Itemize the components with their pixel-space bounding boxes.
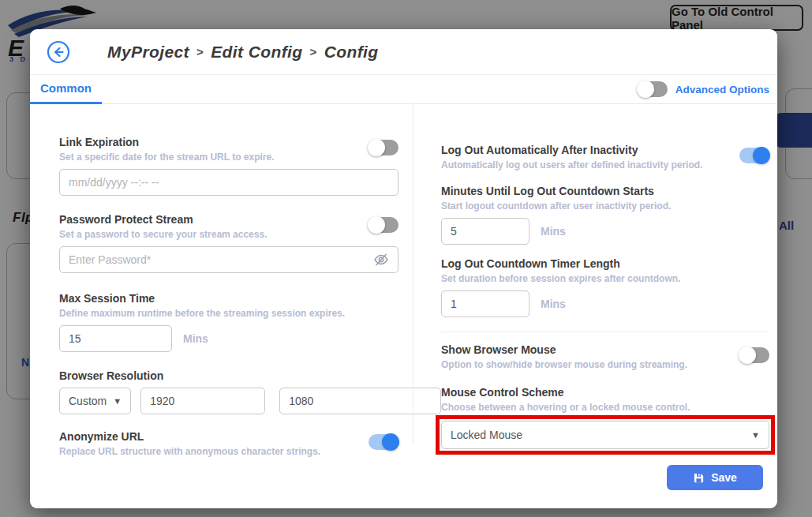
anonymize-url-desc: Replace URL structure with anonymous cha…	[59, 446, 320, 457]
save-button[interactable]: Save	[667, 465, 763, 490]
mouse-scheme-desc: Choose between a hovering or a locked mo…	[441, 402, 769, 413]
mouse-scheme-label: Mouse Control Scheme	[441, 386, 769, 399]
show-mouse-field: Show Browser Mouse Option to show/hide b…	[441, 343, 769, 370]
countdown-length-field: Log Out Countdown Timer Length Set durat…	[441, 257, 769, 317]
modal-content: Link Expiration Set a specific date for …	[30, 104, 777, 457]
column-divider	[413, 104, 413, 444]
countdown-start-field: Minutes Until Log Out Countdown Starts S…	[441, 185, 769, 245]
save-floppy-icon	[693, 472, 705, 484]
advanced-options-toggle[interactable]	[638, 81, 668, 97]
link-expiration-label: Link Expiration	[59, 136, 275, 148]
mouse-scheme-field: Mouse Control Scheme Choose between a ho…	[441, 386, 769, 449]
chevron-down-icon: ▼	[751, 430, 760, 440]
tab-bar: Common Advanced Options	[30, 75, 777, 104]
tab-common[interactable]: Common	[30, 75, 102, 104]
countdown-length-input[interactable]	[441, 290, 529, 317]
resolution-width-input[interactable]	[140, 388, 265, 414]
show-mouse-label: Show Browser Mouse	[441, 343, 687, 356]
breadcrumb-config: Config	[324, 43, 379, 62]
max-session-field: Max Session Time Define maximum runtime …	[59, 292, 399, 352]
breadcrumb-project: MyProject	[107, 43, 189, 62]
max-session-input[interactable]	[59, 325, 172, 352]
advanced-options-control: Advanced Options	[638, 81, 769, 97]
left-column: Link Expiration Set a specific date for …	[59, 136, 399, 457]
link-expiration-field: Link Expiration Set a specific date for …	[59, 136, 399, 196]
link-expiration-date-input[interactable]	[59, 169, 399, 196]
password-label: Password Protect Stream	[59, 213, 267, 226]
anonymize-url-toggle[interactable]	[369, 434, 399, 450]
countdown-length-desc: Set duration before session expires afte…	[441, 273, 769, 284]
max-session-unit: Mins	[183, 332, 208, 345]
browser-resolution-field: Browser Resolution Custom ▼	[59, 369, 399, 414]
back-button[interactable]	[47, 40, 70, 64]
countdown-start-desc: Start logout countdown after user inacti…	[441, 200, 769, 212]
countdown-length-label: Log Out Countdown Timer Length	[441, 257, 769, 270]
auto-logout-field: Log Out Automatically After Inactivity A…	[441, 144, 769, 170]
auto-logout-desc: Automatically log out users after define…	[441, 159, 702, 170]
breadcrumb-edit-config: Edit Config	[211, 43, 302, 62]
countdown-start-input[interactable]	[441, 218, 529, 245]
browser-resolution-label: Browser Resolution	[59, 369, 399, 382]
password-input[interactable]	[59, 246, 399, 273]
resolution-preset-value: Custom	[69, 395, 107, 407]
anonymize-url-field: Anonymize URL Replace URL structure with…	[59, 430, 399, 457]
auto-logout-toggle[interactable]	[739, 148, 769, 163]
link-expiration-desc: Set a specific date for the stream URL t…	[59, 152, 275, 163]
save-button-label: Save	[711, 471, 737, 484]
password-desc: Set a password to secure your stream acc…	[59, 229, 267, 240]
show-mouse-desc: Option to show/hide browser mouse during…	[441, 359, 687, 370]
password-field: Password Protect Stream Set a password t…	[59, 213, 399, 273]
section-divider	[441, 332, 769, 332]
anonymize-url-label: Anonymize URL	[59, 430, 320, 443]
password-toggle[interactable]	[369, 217, 399, 233]
link-expiration-toggle[interactable]	[369, 140, 399, 155]
breadcrumb-separator: >	[196, 45, 204, 58]
countdown-start-label: Minutes Until Log Out Countdown Starts	[441, 185, 769, 197]
mouse-scheme-select[interactable]: Locked Mouse ▼	[441, 421, 769, 449]
resolution-height-input[interactable]	[279, 388, 441, 414]
advanced-options-label: Advanced Options	[675, 84, 769, 96]
chevron-down-icon: ▼	[113, 396, 122, 406]
max-session-desc: Define maximum runtime before the stream…	[59, 308, 399, 319]
modal-header: MyProject > Edit Config > Config	[30, 29, 777, 75]
max-session-label: Max Session Time	[59, 292, 399, 305]
resolution-preset-select[interactable]: Custom ▼	[59, 388, 131, 414]
countdown-start-unit: Mins	[541, 225, 566, 238]
right-column: Log Out Automatically After Inactivity A…	[441, 136, 769, 457]
breadcrumb: MyProject > Edit Config > Config	[107, 43, 379, 62]
breadcrumb-separator: >	[310, 45, 317, 58]
eye-off-icon[interactable]	[373, 252, 389, 268]
auto-logout-label: Log Out Automatically After Inactivity	[441, 144, 702, 156]
mouse-scheme-value: Locked Mouse	[451, 429, 522, 441]
countdown-length-unit: Mins	[541, 298, 566, 310]
show-mouse-toggle[interactable]	[739, 347, 769, 363]
edit-config-modal: MyProject > Edit Config > Config Common …	[30, 29, 777, 508]
